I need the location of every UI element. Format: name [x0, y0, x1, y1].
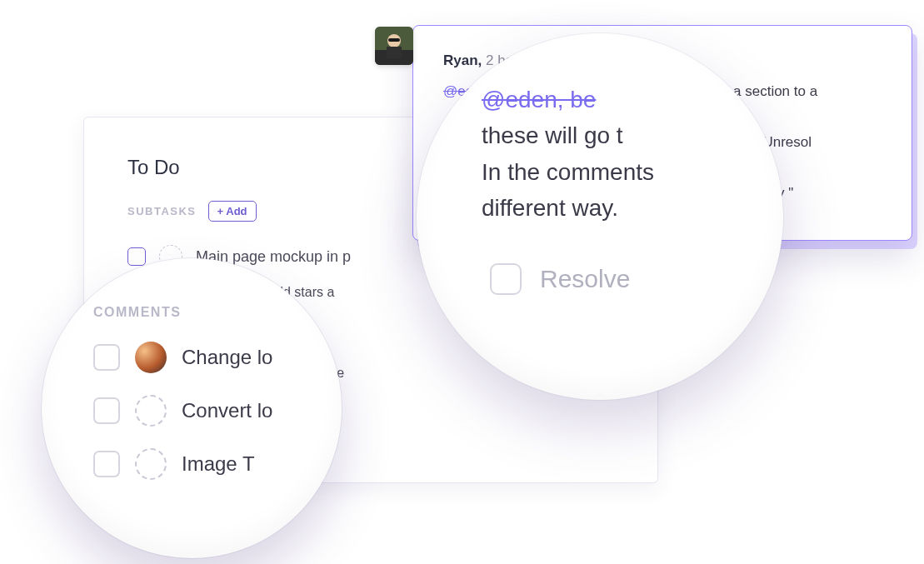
magnifier-comments: COMMENTS Change lo Convert lo Image T	[42, 258, 342, 558]
resolve-row[interactable]: Resolve	[490, 263, 750, 295]
comment-row[interactable]: Image T	[93, 448, 305, 480]
subtasks-label: SUBTASKS	[127, 205, 197, 217]
comments-section-label: COMMENTS	[93, 305, 305, 320]
comment-author-avatar[interactable]	[375, 27, 413, 65]
comment-checkbox[interactable]	[93, 397, 120, 424]
comment-row-text: Convert lo	[182, 399, 272, 422]
resolve-label: Resolve	[540, 265, 630, 293]
svg-rect-3	[387, 47, 402, 58]
task-checkbox[interactable]	[127, 247, 146, 266]
comment-row[interactable]: Convert lo	[93, 395, 305, 427]
comment-checkbox[interactable]	[93, 451, 120, 477]
add-subtask-button[interactable]: + Add	[208, 201, 257, 222]
comment-row[interactable]: Change lo	[93, 342, 305, 373]
comment-row-text: Image T	[182, 452, 255, 476]
comment-row-text: Change lo	[182, 346, 272, 369]
assignee-placeholder-icon[interactable]	[135, 395, 167, 427]
mention-struck[interactable]: @eden, be	[482, 87, 596, 112]
comment-author-name: Ryan,	[443, 52, 482, 68]
assignee-placeholder-icon[interactable]	[135, 448, 167, 480]
magnified-text-line: In the comments	[482, 154, 750, 190]
svg-rect-4	[388, 38, 400, 42]
magnified-text-line: @eden, be	[482, 82, 750, 117]
magnifier-resolve: @eden, be these will go t In the comment…	[417, 33, 783, 400]
resolve-checkbox[interactable]	[490, 263, 522, 295]
comment-checkbox[interactable]	[93, 344, 120, 371]
magnified-text-line: these will go t	[482, 117, 750, 153]
user-avatar[interactable]	[135, 342, 167, 373]
magnified-text-line: different way.	[482, 190, 750, 226]
